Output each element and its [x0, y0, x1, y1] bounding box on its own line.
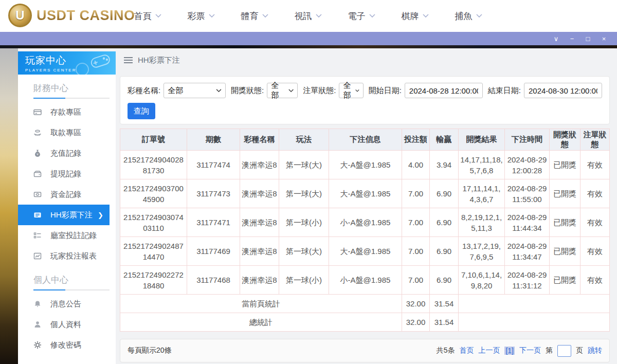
- table-cell: 2024-08-29 11:34:47: [505, 237, 550, 266]
- table-cell: 有效: [580, 266, 610, 295]
- sidebar-item-deposit[interactable]: 存款專區: [18, 102, 116, 122]
- jump-prefix-label: 第: [546, 346, 553, 355]
- table-cell: 17,11,14,1,4,3,6,7: [459, 179, 505, 208]
- table-cell: 6.90: [430, 237, 459, 266]
- table-cell: 已開獎: [550, 151, 580, 179]
- table-cell: 7.00: [402, 237, 430, 266]
- sidebar-item-announcements[interactable]: 消息公告: [18, 294, 116, 314]
- sidebar-item-withdrawal-record[interactable]: 提現記錄: [18, 163, 116, 184]
- chart-icon: [33, 252, 42, 260]
- table-header-row: 訂單號期數彩種名稱玩法下注信息投注額輸贏開獎結果下注時間開獎狀態注單狀態: [120, 129, 610, 151]
- summary-cell: 32.00: [402, 295, 430, 313]
- lottery-name-label: 彩種名稱:: [128, 86, 160, 96]
- window-controls: ∨ − □ ×: [548, 32, 612, 45]
- table-cell: 31177468: [187, 266, 240, 295]
- start-date-input[interactable]: [405, 83, 483, 98]
- logo-letter: U: [15, 8, 24, 23]
- table-cell: 3.94: [430, 151, 459, 179]
- draw-status-select[interactable]: 全部: [267, 83, 298, 98]
- next-page-link[interactable]: 下一页: [519, 346, 541, 355]
- sidebar-item-profile[interactable]: 個人資料: [18, 314, 116, 335]
- sidebar-item-player-bet-report[interactable]: 玩家投注報表: [18, 246, 116, 266]
- table-cell: 第一球(大): [279, 151, 329, 179]
- order-status-label: 注單狀態:: [303, 86, 336, 96]
- table-cell: 第一球(大): [279, 179, 329, 208]
- table-cell: 已開獎: [550, 237, 580, 266]
- menu-toggle-icon[interactable]: [124, 57, 133, 63]
- page-jump-input[interactable]: [557, 345, 571, 357]
- chevron-down-icon: [476, 14, 482, 18]
- sidebar-item-recharge-record[interactable]: ¥ 充值記錄: [18, 143, 116, 163]
- nav-item-home[interactable]: 首頁: [121, 0, 174, 32]
- summary-cell: 31.54: [430, 295, 459, 313]
- nav-item-chess[interactable]: 棋牌: [388, 0, 442, 32]
- window-title-bar[interactable]: ∨ − □ ×: [0, 32, 617, 45]
- table-cell: 澳洲幸运8: [240, 179, 279, 208]
- card-icon: [33, 108, 42, 116]
- nav-item-lottery[interactable]: 彩票: [174, 0, 228, 32]
- chevron-down-icon: [209, 14, 215, 18]
- nav-item-fishing[interactable]: 捕魚: [442, 0, 495, 32]
- main-panel: HH彩票下注 彩種名稱: 全部 開獎狀態: 全部 注單狀態:: [120, 48, 610, 362]
- section-underline: [33, 289, 110, 290]
- table-cell: 7.00: [402, 179, 430, 208]
- table-cell: 已開獎: [550, 266, 580, 295]
- decorative-circle: [76, 63, 89, 75]
- order-status-select[interactable]: 全部: [339, 83, 363, 98]
- table-cell: 14,17,11,18,5,7,6,8: [459, 151, 505, 179]
- table-cell: 8,2,19,12,1,5,11,3: [459, 208, 505, 237]
- close-icon[interactable]: ×: [596, 32, 612, 45]
- window-chevron-icon[interactable]: ∨: [548, 32, 564, 45]
- table-cell: 6.90: [430, 266, 459, 295]
- summary-row: 總統計32.0031.54: [120, 313, 610, 332]
- sidebar-item-withdraw[interactable]: 取款專區: [18, 122, 116, 143]
- sidebar-header: 玩家中心 PLAYERS CENTER: [18, 51, 116, 75]
- jump-action-link[interactable]: 跳转: [588, 346, 602, 355]
- pagination-bar: 每頁顯示20條 共5条 首页 上一页 [1] 下一页 第 页 跳转: [120, 339, 610, 362]
- chevron-down-icon: [355, 89, 359, 93]
- selected-value: 全部: [168, 86, 183, 96]
- first-page-link[interactable]: 首页: [459, 346, 474, 355]
- table-cell: 大-A盤@1.985: [329, 151, 402, 179]
- lottery-name-select[interactable]: 全部: [164, 83, 226, 98]
- table-cell: 第一球(小): [279, 208, 329, 237]
- column-header: 開獎狀態: [550, 129, 580, 151]
- sidebar-item-label: 充值記錄: [50, 149, 81, 158]
- search-button[interactable]: 查詢: [128, 103, 155, 119]
- table-row: 215217249024871447031177469澳洲幸运8第一球(大)大-…: [120, 237, 610, 266]
- chevron-down-icon: [155, 14, 161, 18]
- chevron-down-icon: [288, 89, 294, 93]
- column-header: 彩種名稱: [240, 129, 279, 151]
- gear-icon: [33, 341, 42, 349]
- nav-item-sports[interactable]: 體育: [228, 0, 281, 32]
- table-cell: 2152172490370045900: [120, 179, 187, 208]
- minimize-icon[interactable]: −: [564, 32, 580, 45]
- top-nav-bar: U USDT CASINO 首頁 彩票 體育 視訊 電子: [0, 0, 617, 32]
- current-page-indicator[interactable]: [1]: [504, 347, 515, 355]
- nav-label: 棋牌: [402, 10, 419, 22]
- chevron-down-icon: [369, 14, 375, 18]
- end-date-input[interactable]: [524, 83, 602, 98]
- draw-status-label: 開獎狀態:: [231, 86, 264, 96]
- sidebar-item-fund-record[interactable]: 資金記錄: [18, 184, 116, 205]
- end-date-label: 結束日期:: [488, 86, 521, 96]
- table-cell: 已開獎: [550, 179, 580, 208]
- person-icon: [33, 320, 42, 329]
- table-cell: 第一球(大): [279, 237, 329, 266]
- hand-coin-icon: [33, 129, 42, 137]
- prev-page-link[interactable]: 上一页: [478, 346, 500, 355]
- sidebar-item-hh-lottery-bets[interactable]: HH彩票下注 ❯: [18, 205, 110, 225]
- list-icon: [33, 231, 42, 240]
- table-cell: 31177474: [187, 151, 240, 179]
- table-row: 215217249040288173031177474澳洲幸运8第一球(大)大-…: [120, 151, 610, 179]
- nav-item-electronic[interactable]: 電子: [335, 0, 388, 32]
- table-cell: 澳洲幸运8: [240, 208, 279, 237]
- sidebar-item-hall-bet-record[interactable]: 廳室投註記錄: [18, 225, 116, 246]
- maximize-icon[interactable]: □: [580, 32, 596, 45]
- start-date-label: 開始日期:: [369, 86, 402, 96]
- sidebar-item-change-password[interactable]: 修改密碼: [18, 335, 116, 355]
- summary-row: 當前頁統計32.0031.54: [120, 295, 610, 313]
- sidebar-item-label: 個人資料: [50, 320, 81, 330]
- table-cell: 6.90: [430, 179, 459, 208]
- nav-item-video[interactable]: 視訊: [281, 0, 335, 32]
